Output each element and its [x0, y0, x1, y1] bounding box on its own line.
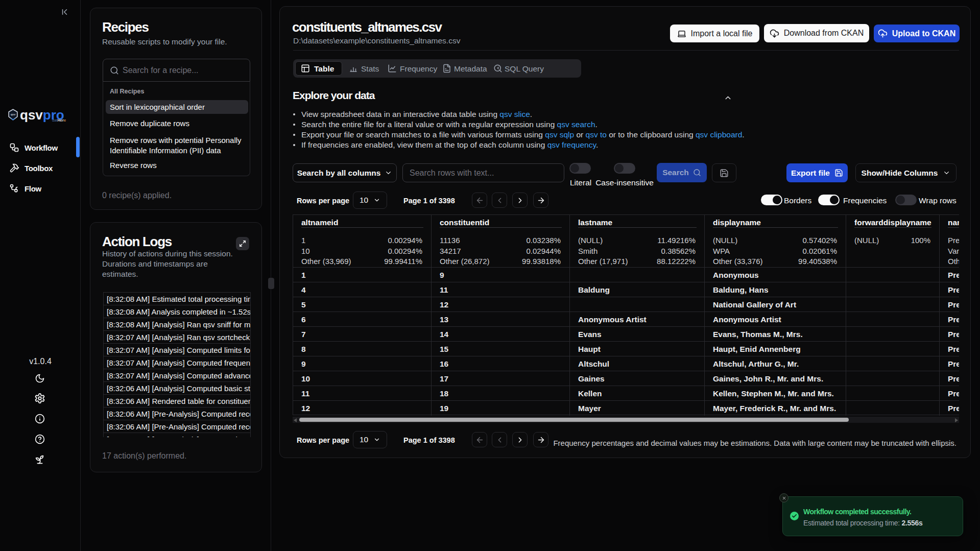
svg-text:qsv: qsv [11, 113, 16, 116]
